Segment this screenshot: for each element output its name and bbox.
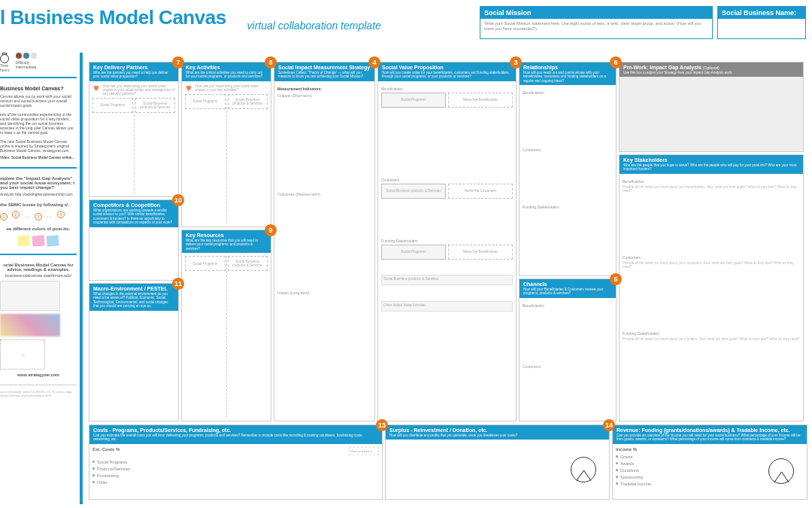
cost-item: Fundraising xyxy=(92,473,379,478)
block-key-activities[interactable]: 8 Key ActivitiesWhat are the critical ac… xyxy=(181,62,271,227)
block-costs[interactable]: 13 Costs - Programs, Products/Services, … xyxy=(89,424,383,500)
license-text: vas is (licensed) under CC-BY-NC 4.0. To… xyxy=(0,390,77,397)
postit-legend xyxy=(0,236,77,246)
step-2-icon: 2 xyxy=(12,211,20,218)
block-key-delivery-partners[interactable]: 7 Key Delivery PartnersWho are the partn… xyxy=(89,62,179,197)
canvas-area: 7 Key Delivery PartnersWho are the partn… xyxy=(89,62,807,503)
cost-item: Other xyxy=(92,480,379,485)
social-mission-field[interactable]: Social Mission Write your Social Mission… xyxy=(480,6,713,39)
site-link[interactable]: businessmodelcanvas.swarthmore.edu/ xyxy=(0,273,77,278)
timer-meta: Time hours xyxy=(0,53,10,72)
step-indicator: 1 2 ⋯ 3 ⋯ 4 xyxy=(0,213,77,221)
social-mission-label: Social Mission xyxy=(480,7,712,19)
example-thumbnail xyxy=(0,314,60,336)
top-input-fields: Social Mission Write your Social Mission… xyxy=(480,6,806,39)
cost-item: Products/Services xyxy=(92,467,379,471)
heart-icon xyxy=(92,84,100,92)
analysis-link[interactable]: Analysis http://tacklingheropreneurship.… xyxy=(0,192,77,196)
video-link[interactable]: Video: Social Business Model Canvas onli… xyxy=(0,156,77,160)
block-social-value-proposition[interactable]: 3 Social Value PropositionHow will you c… xyxy=(377,62,517,421)
pink-postit-icon xyxy=(32,235,44,246)
page-title: l Business Model Canvas xyxy=(0,6,226,29)
revenue-item: Tradable Income xyxy=(616,482,759,486)
canvas-thumbnail xyxy=(0,281,60,311)
social-mission-hint: Write your Social Mission statement here… xyxy=(480,19,712,38)
step-1-icon: 1 xyxy=(0,213,8,221)
strategyzer-link[interactable]: www.strategyzer.com xyxy=(0,373,77,377)
step-3-icon: 3 xyxy=(35,213,42,221)
block-social-impact-measurement[interactable]: 4 Social Impact Measurement StrategySome… xyxy=(274,62,375,421)
pie-chart-icon xyxy=(768,458,794,484)
sidebar: Time hours Difficulty Intermediate Busin… xyxy=(0,53,83,504)
badge-6: 6 xyxy=(610,56,622,68)
cost-item: Social Programs xyxy=(92,460,379,464)
badge-10: 10 xyxy=(172,194,184,206)
timer-icon xyxy=(0,53,9,63)
heart-icon xyxy=(185,84,192,92)
revenue-item: Grants xyxy=(616,455,759,459)
block-revenue[interactable]: Revenue: Funding (grants/donations/award… xyxy=(612,424,807,500)
revenue-item: Awards xyxy=(616,461,759,466)
step-4-icon: 4 xyxy=(57,211,65,218)
page-subtitle: virtual collaboration template xyxy=(247,20,381,32)
badge-11: 11 xyxy=(172,278,184,290)
business-name-label: Social Business Name: xyxy=(718,7,805,19)
yellow-postit-icon xyxy=(17,235,30,246)
block-surplus[interactable]: 14 Surplus - Reinvestment / Donation, et… xyxy=(385,424,610,500)
difficulty-dots-icon xyxy=(16,53,37,59)
blue-postit-icon xyxy=(46,235,59,246)
revenue-item: Sponsorship xyxy=(616,475,759,479)
pie-chart-icon xyxy=(571,457,596,482)
block-key-resources[interactable]: 9 Key ResourcesWhat are the key resource… xyxy=(181,230,271,421)
difficulty-meta: Difficulty Intermediate xyxy=(16,53,37,72)
sidebar-text-1: Canvas allows you to work with your soci… xyxy=(0,94,77,135)
block-channels[interactable]: 5 ChannelsHow will your Beneficiaries & … xyxy=(519,278,617,421)
revenue-item: Donations xyxy=(616,468,759,473)
badge-13: 13 xyxy=(376,419,388,431)
badge-3: 3 xyxy=(510,56,522,68)
business-name-field[interactable]: Social Business Name: xyxy=(717,6,806,39)
badge-5: 5 xyxy=(610,273,622,285)
badge-8: 8 xyxy=(265,56,277,68)
badge-4: 4 xyxy=(368,56,380,68)
block-key-stakeholders[interactable]: Key StakeholdersWho are the people that … xyxy=(619,154,804,421)
strategyzer-logo: ◯ xyxy=(0,339,45,370)
badge-9: 9 xyxy=(265,224,277,236)
sidebar-heading-1: Business Model Canvas? xyxy=(0,86,77,91)
badge-14: 14 xyxy=(603,419,615,431)
block-relationships[interactable]: 6 RelationshipsHow will you reach out an… xyxy=(519,62,617,276)
block-competitors[interactable]: 10 Competitors & CoopetitionWhat organiz… xyxy=(89,199,179,281)
block-macro-pestel[interactable]: 11 Macro-Environment / PESTELWhat change… xyxy=(89,283,179,421)
badge-7: 7 xyxy=(172,56,184,68)
block-prework-impact-gap[interactable]: Pre-Work: Impact Gap Analysis (Optional)… xyxy=(619,62,804,152)
